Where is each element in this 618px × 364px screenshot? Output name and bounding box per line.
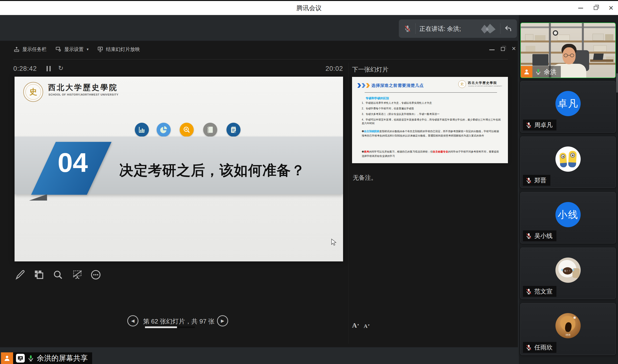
mouse-cursor-icon [331,239,337,246]
display-settings-button[interactable]: 显示设置 ▼ [55,46,89,53]
university-seal-icon: 史 [23,82,43,102]
minion-figure [559,153,567,168]
avatar [555,146,581,172]
participant-label: 余洪 [521,66,561,78]
participant-label: 周卓凡 [523,119,556,130]
next-slide-org-name-en: SCHOOL OF HISTORY,NORTHWEST UNIVERSITY [468,85,502,87]
close-icon[interactable]: ✕ [608,5,614,11]
zoom-in-icon [180,123,194,137]
end-slideshow-label: 结束幻灯片放映 [106,46,140,53]
slide-org-name-en: SCHOOL OF HISTORY,NORTHWEST UNIVERSITY [49,93,118,96]
slide-progress-track [145,326,195,328]
checklist-icon [226,123,241,137]
dog-mouth: 哇！！ [563,267,572,274]
muted-mic-icon [525,233,532,239]
restart-timer-icon[interactable]: ↻ [58,65,64,71]
panel-divider [348,63,349,344]
end-slideshow-button[interactable]: 结束幻灯片放映 [97,46,140,53]
minion-figure [568,151,577,168]
divider [365,92,497,93]
university-seal-icon: 史 [458,80,466,88]
previous-slide-button[interactable]: ◀ [127,315,139,326]
magnifier-icon [52,269,64,280]
avatar: 嘿嘿 [555,313,581,338]
muted-mic-icon [404,25,412,32]
participant-name: 吴小线 [534,232,553,240]
participant-name: 周卓凡 [534,121,553,129]
participant-name: 任雨欣 [534,343,553,351]
slide-progress-fill [145,326,177,328]
prev-arrow-icon: ◀ [131,318,135,324]
display-settings-label: 显示设置 [64,46,84,53]
list-item: 2、专硕学费每个学校不同，但是普遍比学硕贵 [362,107,502,110]
toolbar-divider [13,59,508,59]
muted-mic-icon [525,122,532,129]
reply-arrow-icon[interactable] [504,25,512,32]
slide-org-name: 西北大学歷史學院 [48,82,118,93]
screen-slash-icon [72,269,83,280]
elapsed-timer: 0:28:42 [13,65,37,73]
paragraph: ❷自主划线院校是指初试的分数线由各个有自主划线权的学校自己划定，而不用参考国家统… [362,129,499,138]
chevron-icon [366,83,370,88]
show-taskbar-button[interactable]: 显示任务栏 [13,46,47,53]
pause-timer-icon[interactable] [47,66,51,71]
zoom-slide-button[interactable] [52,269,64,280]
avatar: 卓凡 [555,91,581,116]
minimize-icon[interactable] [578,8,583,9]
next-slide-title: 选择深造之前需要清楚几点 [372,83,424,88]
divider [500,23,501,34]
chevron-down-icon: ▼ [86,48,89,51]
share-banner-label: 余洪的屏幕共享 [37,353,88,363]
speaking-label: 正在讲话: 余洪; [419,25,476,33]
increase-font-button[interactable]: A▲ [352,322,359,329]
see-all-slides-button[interactable] [33,269,45,280]
window-titlebar: 腾讯会议 ✕ [0,0,618,15]
muted-mic-icon [525,177,532,184]
black-screen-button[interactable] [72,269,83,280]
avatar: 小线 [555,202,581,227]
meeting-logo-icon [480,23,496,34]
next-slide-org-name: 西北大学歷史學院 [468,81,497,85]
ppt-close-icon[interactable]: ✕ [512,46,516,52]
display-settings-icon [55,46,62,53]
participant-tile[interactable]: 郑晋 [520,137,616,188]
ppt-minimize-icon[interactable] [489,50,495,50]
participant-name: 范文宣 [534,287,553,295]
next-arrow-icon: ▶ [221,318,224,324]
chevron-icon [362,83,365,88]
person-icon [523,68,530,75]
participants-sidebar: 余洪 卓凡 周卓凡 [519,15,618,364]
mic-on-icon [27,354,34,362]
chapter-number: 04 [46,146,100,179]
participant-tile[interactable]: 卓凡 周卓凡 [520,81,616,133]
speaking-status-bar: 正在讲话: 余洪; [399,19,517,38]
share-host-badge [1,352,13,364]
restore-icon[interactable] [594,6,598,10]
participant-tile[interactable]: 嘿嘿 任雨欣 [520,303,616,355]
decrease-font-button[interactable]: A▼ [364,323,370,329]
muted-mic-icon [525,344,532,351]
paragraph: ❸统考的同学可以先开始复习，根据自己的复习情况后择校；但自主命题专业的同学由于学… [362,150,499,158]
pie-chart-icon [157,123,171,137]
host-badge [521,66,532,78]
window-title: 腾讯会议 [0,1,618,15]
slides-grid-icon [33,269,45,280]
more-options-button[interactable] [90,269,101,280]
taskbar-icon [13,46,20,53]
participant-tile-video[interactable]: 余洪 [520,23,616,78]
bar-chart-icon [135,123,149,137]
participant-tile[interactable]: 哇！！ 范文宣 [520,247,616,299]
chevron-icon [357,83,361,88]
next-slide-button[interactable]: ▶ [217,315,228,326]
slide-title: 决定考研之后，该如何准备？ [119,161,305,180]
screen-share-icon [16,354,25,363]
avatar: 哇！！ [555,258,581,283]
next-slide-header: 下一张幻灯片 [352,65,388,74]
sidebar-scrollbar[interactable] [616,73,618,93]
participant-label: 任雨欣 [523,342,556,353]
pen-tool-button[interactable] [14,269,26,280]
participant-tile[interactable]: 小线 吴小线 [520,192,616,244]
ppt-restore-icon[interactable] [501,47,505,51]
current-slide-canvas[interactable]: 史 西北大学歷史學院 SCHOOL OF HISTORY,NORTHWEST U… [14,77,343,261]
clock: 20:02 [315,65,343,73]
